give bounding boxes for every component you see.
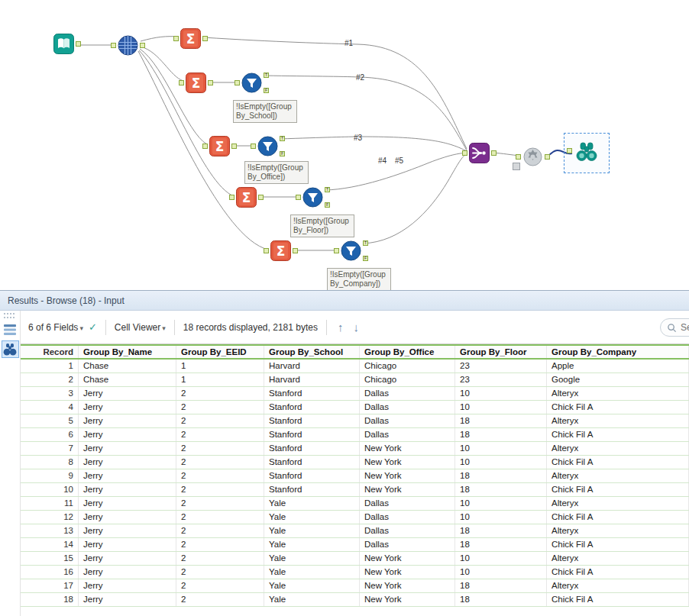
data-cell[interactable]: 10 xyxy=(455,456,547,469)
output-anchor[interactable] xyxy=(202,36,208,41)
data-cell[interactable]: 18 xyxy=(455,428,547,441)
record-number-cell[interactable]: 9 xyxy=(21,469,79,482)
table-row[interactable]: 8Jerry2StanfordNew York10Chick Fil A xyxy=(21,456,689,469)
data-cell[interactable]: Alteryx xyxy=(547,579,689,592)
table-row[interactable]: 1Chase1HarvardChicago23Apple xyxy=(21,360,689,373)
cell-viewer-dropdown[interactable]: Cell Viewer▾ xyxy=(115,322,166,333)
metadata-view-button[interactable] xyxy=(2,321,19,338)
data-cell[interactable]: 1 xyxy=(176,373,264,386)
record-number-cell[interactable]: 13 xyxy=(21,524,79,537)
summarize-tool-2[interactable]: Σ xyxy=(186,73,206,93)
record-number-cell[interactable]: 6 xyxy=(21,428,79,441)
data-cell[interactable]: New York xyxy=(360,593,455,606)
data-cell[interactable]: 10 xyxy=(455,442,547,455)
data-cell[interactable]: Dallas xyxy=(360,524,455,537)
data-cell[interactable]: Jerry xyxy=(79,552,176,565)
browse-view-button[interactable] xyxy=(2,340,19,358)
data-cell[interactable]: 1 xyxy=(176,360,264,373)
table-row[interactable]: 7Jerry2StanfordNew York10Alteryx xyxy=(21,442,689,456)
data-cell[interactable]: Jerry xyxy=(79,401,176,414)
previous-record-button[interactable]: ↑ xyxy=(335,321,346,334)
table-row[interactable]: 10Jerry2StanfordNew York18Chick Fil A xyxy=(21,483,689,497)
data-cell[interactable]: Stanford xyxy=(264,428,360,441)
data-cell[interactable]: Jerry xyxy=(79,387,176,400)
data-cell[interactable]: 10 xyxy=(455,387,547,400)
data-cell[interactable]: Chicago xyxy=(360,360,455,373)
data-cell[interactable]: Chick Fil A xyxy=(547,566,689,579)
data-cell[interactable]: Alteryx xyxy=(547,524,689,537)
column-header[interactable]: Group By_Name xyxy=(79,346,176,358)
column-header[interactable]: Group By_School xyxy=(264,346,360,358)
record-number-cell[interactable]: 16 xyxy=(21,566,79,579)
data-cell[interactable]: Harvard xyxy=(264,360,360,373)
data-cell[interactable]: Jerry xyxy=(79,593,176,606)
table-row[interactable]: 11Jerry2YaleDallas10Alteryx xyxy=(21,497,689,511)
table-row[interactable]: 3Jerry2StanfordDallas10Alteryx xyxy=(21,387,689,401)
data-cell[interactable]: 18 xyxy=(455,414,547,427)
data-cell[interactable]: Alteryx xyxy=(547,469,689,482)
column-header[interactable]: Record xyxy=(21,346,79,358)
data-cell[interactable]: 2 xyxy=(176,428,264,441)
table-row[interactable]: 16Jerry2YaleNew York10Chick Fil A xyxy=(21,566,689,579)
tool-annotation[interactable]: !IsEmpty([Group By_Office]) xyxy=(244,161,309,184)
data-cell[interactable]: Dallas xyxy=(360,387,455,400)
data-cell[interactable]: 18 xyxy=(455,579,547,592)
search-input[interactable] xyxy=(681,322,689,333)
data-cell[interactable]: Yale xyxy=(264,566,360,579)
data-cell[interactable]: New York xyxy=(360,456,455,469)
data-cell[interactable]: 18 xyxy=(455,538,547,551)
input-anchor[interactable] xyxy=(179,80,184,85)
input-anchor[interactable] xyxy=(264,248,269,253)
tool-annotation[interactable]: !IsEmpty([Group By_Company]) xyxy=(327,268,391,290)
data-cell[interactable]: 2 xyxy=(176,456,264,469)
output-anchor[interactable] xyxy=(140,43,145,48)
filter-tool-3[interactable]: TF xyxy=(302,187,323,208)
false-output-anchor[interactable]: F xyxy=(280,151,285,156)
data-cell[interactable]: Stanford xyxy=(264,469,360,482)
data-cell[interactable]: Dallas xyxy=(360,511,455,524)
data-cell[interactable]: Yale xyxy=(264,579,360,592)
data-cell[interactable]: Yale xyxy=(264,593,360,606)
data-cell[interactable]: Yale xyxy=(264,511,360,524)
data-cell[interactable]: Stanford xyxy=(264,401,360,414)
tool-annotation[interactable]: !IsEmpty([Group By_Floor]) xyxy=(290,214,354,237)
summarize-tool-1[interactable]: Σ xyxy=(180,28,201,49)
true-output-anchor[interactable]: T xyxy=(325,187,330,192)
data-cell[interactable]: 23 xyxy=(455,373,547,386)
record-number-cell[interactable]: 4 xyxy=(21,401,79,414)
apply-check-icon[interactable]: ✓ xyxy=(89,321,97,333)
table-row[interactable]: 18Jerry2YaleNew York18Chick Fil A xyxy=(21,593,689,607)
input-anchor[interactable] xyxy=(229,195,235,200)
input-anchor[interactable] xyxy=(173,36,179,41)
data-cell[interactable]: 10 xyxy=(455,401,547,414)
data-cell[interactable]: Apple xyxy=(547,360,689,373)
data-cell[interactable]: Jerry xyxy=(79,524,176,537)
data-cell[interactable]: Dallas xyxy=(360,538,455,551)
data-cell[interactable]: 2 xyxy=(176,552,264,565)
summarize-tool-4[interactable]: Σ xyxy=(236,187,257,208)
record-number-cell[interactable]: 3 xyxy=(21,387,79,400)
table-row[interactable]: 14Jerry2YaleDallas18Chick Fil A xyxy=(21,538,689,552)
data-cell[interactable]: 2 xyxy=(176,442,264,455)
data-cell[interactable]: Chicago xyxy=(360,373,455,386)
output-anchor[interactable] xyxy=(208,80,213,85)
input-anchor[interactable] xyxy=(567,148,572,153)
record-number-cell[interactable]: 7 xyxy=(21,442,79,455)
data-cell[interactable]: New York xyxy=(360,442,455,455)
false-output-anchor[interactable]: F xyxy=(325,202,330,208)
data-cell[interactable]: Chick Fil A xyxy=(547,401,689,414)
true-output-anchor[interactable]: T xyxy=(363,240,368,246)
grid-circle-tool[interactable] xyxy=(118,35,138,56)
column-header[interactable]: Group By_Company xyxy=(547,346,689,358)
input-anchor[interactable] xyxy=(296,195,301,200)
input-anchor[interactable] xyxy=(235,80,240,85)
data-cell[interactable]: Chick Fil A xyxy=(547,538,689,551)
data-cell[interactable]: 18 xyxy=(455,524,547,537)
data-cell[interactable]: Yale xyxy=(264,538,360,551)
output-anchor[interactable] xyxy=(258,195,264,200)
summarize-tool-3[interactable]: Σ xyxy=(209,136,230,156)
data-cell[interactable]: Jerry xyxy=(79,566,176,579)
data-cell[interactable]: Stanford xyxy=(264,387,360,400)
data-cell[interactable]: 2 xyxy=(176,414,264,427)
table-row[interactable]: 5Jerry2StanfordDallas18Alteryx xyxy=(21,414,689,428)
